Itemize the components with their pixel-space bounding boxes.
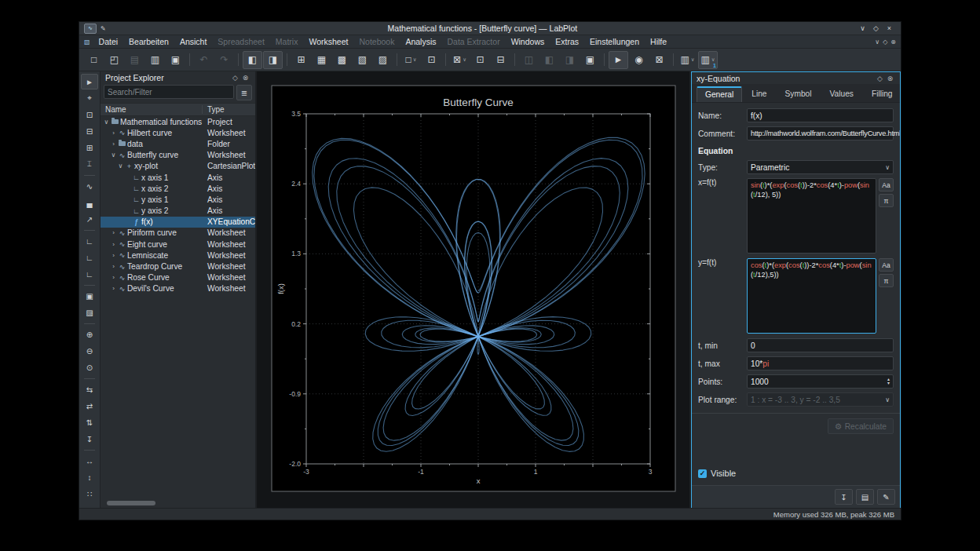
filter-options-button[interactable]: ≣	[236, 85, 252, 100]
insert-function-button[interactable]: Aa	[879, 258, 894, 272]
add-axis-bottom-tool[interactable]: ∟	[81, 250, 98, 265]
expand-icon[interactable]: ›	[110, 252, 117, 259]
add-text-label-tool[interactable]: ▣	[81, 288, 98, 304]
cursor-mode-dropdown[interactable]: ▥∨1	[698, 51, 718, 69]
menu-datei[interactable]: Datei	[93, 37, 124, 46]
add-axis-left-tool[interactable]: ∟	[81, 233, 98, 249]
horizontal-scrollbar[interactable]	[102, 500, 254, 507]
expand-icon[interactable]: ›	[110, 285, 117, 292]
maximize-button[interactable]: ◇	[869, 24, 883, 32]
insert-constant-button[interactable]: π	[879, 194, 894, 207]
tree-row-y-axis-2[interactable]: ∟y axis 2Axis	[101, 206, 255, 217]
mdi-minimize-icon[interactable]: ∨	[875, 38, 879, 46]
pin-icon[interactable]: ✎	[101, 25, 106, 32]
collapse-icon[interactable]: ∨	[103, 119, 110, 126]
expand-icon[interactable]: ›	[110, 274, 117, 281]
new-matrix-button[interactable]: ▦	[312, 51, 331, 69]
worksheet-canvas[interactable]: -3-1133.52.41.30.2-0.9-2.0 Butterfly Cur…	[257, 71, 689, 510]
zoom-out-tool[interactable]: ⊖	[81, 343, 98, 359]
shift-right-x-tool[interactable]: ⇄	[81, 398, 98, 414]
menu-einstellungen[interactable]: Einstellungen	[584, 37, 645, 46]
tree-row-eight-curve[interactable]: ›∿Eight curveWorksheet	[101, 239, 255, 250]
select-tool[interactable]: ►	[81, 74, 98, 89]
tmin-field[interactable]: 0	[747, 338, 894, 352]
properties-header[interactable]: xy-Equation ◇ ⊗	[692, 72, 900, 84]
print-button[interactable]: ▥	[145, 51, 165, 69]
zoom-select-mode-button[interactable]: ⊠	[649, 51, 669, 69]
tree-column-header[interactable]: Name Type	[101, 103, 255, 116]
tab-general[interactable]: General	[697, 86, 742, 102]
open-project-button[interactable]: ◰	[104, 51, 124, 69]
close-dock-icon[interactable]: ⊗	[240, 74, 250, 82]
expand-icon[interactable]: ›	[110, 263, 117, 270]
float-dock-icon[interactable]: ◇	[230, 74, 240, 82]
type-select[interactable]: Parametric ∨	[747, 160, 894, 174]
expand-icon[interactable]: ›	[110, 241, 117, 248]
zoom-mode-dropdown[interactable]: ⊠∨	[450, 51, 470, 69]
menu-extras[interactable]: Extras	[550, 37, 584, 46]
tree-row-x-axis-2[interactable]: ∟x axis 2Axis	[101, 183, 255, 194]
new-notebook-button[interactable]: ▧	[353, 51, 372, 69]
tree-row-x-axis-1[interactable]: ∟x axis 1Axis	[101, 172, 255, 183]
auto-scale-x-tool[interactable]: ↔	[81, 453, 98, 469]
pan-mode-button[interactable]: ◉	[629, 51, 649, 69]
close-button[interactable]: ×	[883, 24, 896, 32]
scrollbar-thumb[interactable]	[107, 501, 155, 505]
tree-row-devil-s-curve[interactable]: ›∿Devil's CurveWorksheet	[101, 283, 255, 294]
add-axis-tool[interactable]: ∟	[81, 266, 98, 282]
comment-field[interactable]: http://mathworld.wolfram.com/ButterflyCu…	[747, 126, 894, 140]
collapse-icon[interactable]: ∨	[110, 151, 117, 159]
x-axis-label[interactable]: x	[477, 476, 481, 485]
toggle-properties-dock-button[interactable]: ◨	[263, 51, 283, 69]
tree-row-rose-curve[interactable]: ›∿Rose CurveWorksheet	[101, 272, 255, 283]
tree-row-mathematical-functions[interactable]: ∨Mathematical functionsProject	[101, 116, 255, 127]
plot-title[interactable]: Butterfly Curve	[443, 97, 513, 108]
menu-analysis[interactable]: Analysis	[400, 37, 441, 46]
zoom-select-tool[interactable]: ⊡	[81, 107, 98, 122]
menu-ansicht[interactable]: Ansicht	[174, 37, 212, 46]
mdi-restore-icon[interactable]: ◇	[883, 38, 887, 46]
tmax-field[interactable]: 10*pi	[747, 356, 894, 370]
insert-function-button[interactable]: Aa	[879, 178, 894, 192]
new-equation-curve-button[interactable]: ⊡	[422, 51, 441, 69]
insert-constant-button[interactable]: π	[879, 274, 894, 287]
fit-page-button[interactable]: ⊡	[470, 51, 490, 69]
add-histogram-tool[interactable]: ▄	[81, 195, 98, 210]
y-axis-label[interactable]: f(x)	[276, 283, 285, 294]
save-template-button[interactable]: ▤	[856, 489, 874, 505]
expand-icon[interactable]: ›	[110, 130, 117, 137]
menu-windows[interactable]: Windows	[506, 37, 550, 46]
worksheet-view[interactable]: -3-1133.52.41.30.2-0.9-2.0 Butterfly Cur…	[257, 71, 691, 509]
name-field[interactable]: f(x)	[747, 108, 894, 122]
close-dock-icon[interactable]: ⊗	[885, 75, 895, 82]
window-list-button[interactable]: ▣	[580, 51, 600, 69]
minimize-button[interactable]: ∨	[856, 24, 869, 32]
menu-worksheet[interactable]: Worksheet	[303, 37, 353, 46]
tree-row-hilbert-curve[interactable]: ›∿Hilbert curveWorksheet	[101, 127, 255, 138]
new-curve-dropdown[interactable]: □∨	[401, 51, 421, 69]
tree-row-lemniscate[interactable]: ›∿LemniscateWorksheet	[101, 250, 255, 261]
visible-checkbox[interactable]: ✓	[698, 469, 707, 478]
menu-bearbeiten[interactable]: Bearbeiten	[123, 37, 174, 46]
project-explorer-header[interactable]: Project Explorer ◇ ⊗	[101, 71, 255, 83]
search-input[interactable]	[104, 85, 234, 99]
shift-left-x-tool[interactable]: ⇆	[81, 381, 98, 397]
expand-icon[interactable]: ›	[110, 140, 117, 148]
float-dock-icon[interactable]: ◇	[875, 75, 885, 82]
new-project-button[interactable]: □	[84, 51, 104, 69]
tab-values[interactable]: Values	[821, 86, 862, 102]
add-image-tool[interactable]: ▨	[81, 305, 98, 320]
tab-line[interactable]: Line	[743, 86, 775, 102]
tab-symbol[interactable]: Symbol	[777, 86, 821, 102]
save-as-template-button[interactable]: ✎	[877, 489, 895, 505]
select-mode-button[interactable]: ►	[609, 51, 628, 69]
column-name[interactable]: Name	[101, 105, 203, 114]
add-curve-tool[interactable]: ↗	[81, 211, 98, 227]
auto-scale-y-tool[interactable]: ↕	[81, 469, 98, 485]
points-spinner[interactable]: 1000 ▴ ▾	[747, 374, 894, 389]
new-datapicker-button[interactable]: ▨	[373, 51, 393, 69]
fit-selection-button[interactable]: ⊟	[491, 51, 510, 69]
collapse-icon[interactable]: ∨	[117, 162, 124, 170]
crosshair-tool[interactable]: ⌖	[81, 90, 98, 106]
spin-down-icon[interactable]: ▾	[887, 381, 890, 385]
